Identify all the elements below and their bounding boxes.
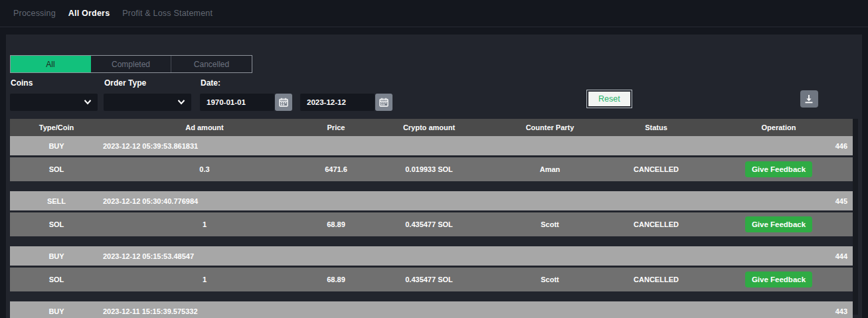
order-group-444: BUY 2023-12-12 05:15:53.48547 444 SOL 1 … (10, 246, 853, 291)
chevron-down-icon (177, 99, 185, 105)
status-filter-all[interactable]: All (11, 56, 91, 72)
status-filter-group: All Completed Cancelled (10, 55, 252, 73)
top-nav: Processing All Orders Profit & Loss Stat… (0, 0, 868, 27)
order-ad-amount: 1 (103, 276, 306, 283)
order-group-443: BUY 2023-12-11 15:15:39.575332 443 (10, 301, 853, 318)
col-counter-party: Counter Party (492, 123, 608, 131)
date-to-spacer (301, 78, 392, 89)
order-timestamp: 2023-12-12 05:39:53.861831 (103, 142, 306, 150)
give-feedback-button[interactable]: Give Feedback (745, 216, 812, 232)
order-header-row: BUY 2023-12-12 05:15:53.48547 444 (10, 246, 853, 266)
order-crypto-amount: 0.435477 SOL (366, 220, 492, 228)
order-group-446: BUY 2023-12-12 05:39:53.861831 446 SOL 0… (10, 136, 853, 181)
order-type: SELL (10, 197, 103, 205)
col-operation: Operation (705, 123, 853, 131)
col-crypto-amount: Crypto amount (366, 123, 492, 131)
order-group-445: SELL 2023-12-12 05:30:40.776984 445 SOL … (10, 191, 853, 236)
order-crypto-amount: 0.019933 SOL (366, 165, 492, 173)
col-ad-amount: Ad amount (103, 123, 306, 131)
tab-profit-loss[interactable]: Profit & Loss Statement (122, 9, 213, 18)
give-feedback-button[interactable]: Give Feedback (745, 272, 812, 287)
give-feedback-button[interactable]: Give Feedback (745, 161, 812, 177)
reset-button[interactable]: Reset (588, 92, 630, 106)
order-timestamp: 2023-12-12 05:30:40.776984 (103, 197, 306, 205)
col-price: Price (306, 123, 366, 131)
calendar-icon (279, 98, 288, 107)
order-type-label: Order Type (104, 78, 191, 89)
download-button[interactable] (800, 90, 818, 108)
order-type-select[interactable] (104, 94, 191, 111)
order-number: 446 (705, 142, 853, 150)
order-status: CANCELLED (608, 276, 705, 283)
order-counter-party: Scott (492, 276, 608, 283)
order-crypto-amount: 0.435477 SOL (366, 276, 492, 283)
order-coin: SOL (10, 276, 103, 283)
order-ad-amount: 1 (103, 220, 306, 228)
order-type: BUY (10, 142, 103, 150)
order-data-row: SOL 1 68.89 0.435477 SOL Scott CANCELLED… (10, 268, 853, 291)
order-coin: SOL (10, 220, 103, 228)
col-status: Status (608, 123, 705, 131)
order-price: 68.89 (306, 220, 366, 228)
order-number: 443 (705, 307, 853, 315)
order-ad-amount: 0.3 (103, 165, 306, 173)
order-data-row: SOL 0.3 6471.6 0.019933 SOL Aman CANCELL… (10, 157, 853, 181)
table-scrollbar[interactable] (853, 119, 858, 315)
order-header-row: BUY 2023-12-12 05:39:53.861831 446 (10, 136, 853, 155)
tab-processing[interactable]: Processing (13, 9, 56, 18)
calendar-icon (379, 98, 389, 107)
orders-table-wrap: Type/Coin Ad amount Price Crypto amount … (10, 119, 858, 315)
order-number: 444 (705, 252, 853, 260)
coins-label: Coins (11, 78, 98, 89)
order-status: CANCELLED (608, 220, 705, 228)
orders-panel: All Completed Cancelled Coins Order Type (6, 35, 862, 318)
order-data-row: SOL 1 68.89 0.435477 SOL Scott CANCELLED… (10, 212, 853, 236)
order-status: CANCELLED (608, 165, 705, 173)
coins-select[interactable] (10, 94, 98, 111)
order-type: BUY (10, 252, 103, 260)
order-timestamp: 2023-12-12 05:15:53.48547 (103, 252, 306, 260)
order-price: 68.89 (306, 276, 366, 283)
chevron-down-icon (84, 99, 92, 105)
reset-button-frame: Reset (586, 90, 632, 108)
download-icon (804, 94, 814, 104)
order-counter-party: Scott (492, 220, 608, 228)
col-type-coin: Type/Coin (10, 123, 103, 131)
date-to-calendar-button[interactable] (375, 94, 392, 111)
filters-row: Coins Order Type Date: (10, 78, 858, 111)
date-to-input[interactable] (300, 94, 375, 111)
order-timestamp: 2023-12-11 15:15:39.575332 (103, 307, 306, 315)
order-coin: SOL (10, 165, 103, 173)
status-filter-completed[interactable]: Completed (91, 56, 171, 72)
date-label: Date: (201, 78, 292, 89)
tab-all-orders[interactable]: All Orders (68, 9, 110, 18)
date-from-calendar-button[interactable] (275, 94, 292, 111)
status-filter-cancelled[interactable]: Cancelled (171, 56, 252, 72)
order-header-row: SELL 2023-12-12 05:30:40.776984 445 (10, 191, 853, 210)
order-header-row: BUY 2023-12-11 15:15:39.575332 443 (10, 301, 853, 318)
order-type: BUY (10, 307, 103, 315)
order-number: 445 (705, 197, 853, 205)
orders-table: Type/Coin Ad amount Price Crypto amount … (10, 119, 853, 315)
order-counter-party: Aman (492, 165, 608, 173)
order-price: 6471.6 (306, 165, 366, 173)
date-from-input[interactable] (200, 94, 274, 111)
table-header-row: Type/Coin Ad amount Price Crypto amount … (10, 119, 853, 136)
